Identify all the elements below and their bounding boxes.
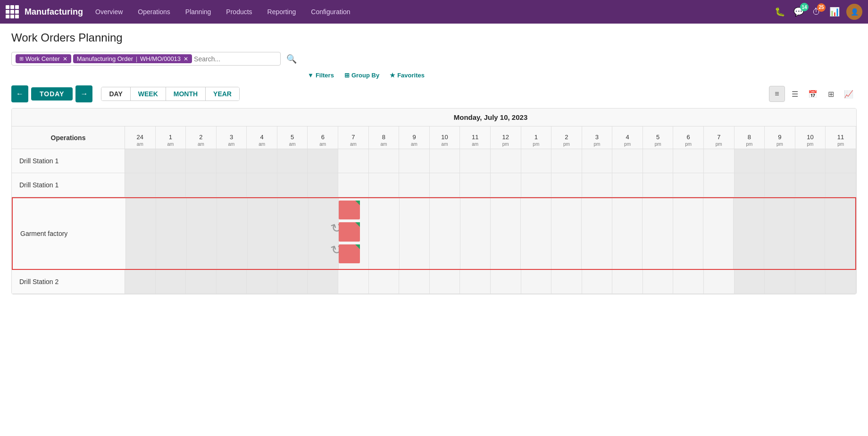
clock-button[interactable]: ⏱ 25 xyxy=(810,5,823,19)
period-day[interactable]: DAY xyxy=(101,87,130,101)
gantt-cell[interactable] xyxy=(369,149,400,173)
nav-overview[interactable]: Overview xyxy=(89,5,129,18)
gantt-cell[interactable] xyxy=(156,173,186,197)
gantt-cell[interactable] xyxy=(217,198,247,269)
gantt-cell[interactable] xyxy=(338,173,369,197)
gantt-cell[interactable] xyxy=(551,270,582,293)
nav-operations[interactable]: Operations xyxy=(131,5,176,18)
gantt-cell[interactable] xyxy=(521,173,552,197)
gantt-cell[interactable] xyxy=(277,173,308,197)
gantt-cell[interactable] xyxy=(339,198,369,269)
gantt-cell[interactable] xyxy=(126,198,156,269)
gantt-cell[interactable] xyxy=(308,270,338,293)
nav-products[interactable]: Products xyxy=(219,5,259,18)
gantt-cell[interactable] xyxy=(582,270,613,293)
gantt-cell[interactable] xyxy=(125,173,156,197)
gantt-cell[interactable] xyxy=(643,270,674,293)
gantt-cell[interactable] xyxy=(765,270,795,293)
spreadsheet-button[interactable]: 📊 xyxy=(827,5,842,19)
period-year[interactable]: YEAR xyxy=(206,87,239,101)
gantt-cell[interactable] xyxy=(582,149,613,173)
search-button[interactable]: 🔍 xyxy=(284,52,299,66)
search-input[interactable] xyxy=(194,55,276,63)
gantt-cell[interactable] xyxy=(704,173,734,197)
gantt-cell[interactable] xyxy=(187,198,217,269)
today-button[interactable]: TODAY xyxy=(31,87,73,101)
search-tag-manufacturing-order[interactable]: Manufacturing Order | WH/MO/00013 ✕ xyxy=(73,54,192,63)
gantt-cell[interactable] xyxy=(430,198,460,269)
gantt-cell[interactable] xyxy=(277,149,308,173)
gantt-cell[interactable] xyxy=(826,270,856,293)
gantt-cell[interactable] xyxy=(643,149,674,173)
gantt-cell[interactable] xyxy=(491,270,521,293)
gantt-cell[interactable] xyxy=(369,198,399,269)
search-tag-workcenter-remove[interactable]: ✕ xyxy=(63,56,67,62)
gantt-cell[interactable] xyxy=(521,270,552,293)
gantt-cell[interactable] xyxy=(673,270,704,293)
gantt-cell[interactable] xyxy=(794,198,825,269)
gantt-cell[interactable] xyxy=(826,149,856,173)
gantt-cell[interactable] xyxy=(764,198,794,269)
gantt-cell[interactable] xyxy=(703,198,734,269)
gantt-cell[interactable] xyxy=(399,173,430,197)
gantt-cell[interactable] xyxy=(704,270,734,293)
gantt-cell[interactable] xyxy=(430,173,460,197)
gantt-cell[interactable] xyxy=(217,149,247,173)
gantt-cell[interactable] xyxy=(491,198,521,269)
search-tag-mo-remove[interactable]: ✕ xyxy=(184,56,188,62)
gantt-cell[interactable] xyxy=(156,198,186,269)
app-logo[interactable]: Manufacturing xyxy=(6,5,83,18)
view-list-button[interactable]: ☰ xyxy=(787,86,803,102)
gantt-cell[interactable] xyxy=(338,270,369,293)
gantt-cell[interactable] xyxy=(309,198,339,269)
gantt-cell[interactable] xyxy=(582,173,613,197)
bug-report-button[interactable]: 🐛 xyxy=(773,5,787,19)
group-by-button[interactable]: ⊞ Group By xyxy=(341,70,383,81)
gantt-cell[interactable] xyxy=(125,270,156,293)
gantt-cell[interactable] xyxy=(612,270,643,293)
gantt-cell[interactable] xyxy=(430,270,460,293)
gantt-cell[interactable] xyxy=(338,149,369,173)
gantt-cell[interactable] xyxy=(217,173,247,197)
gantt-cell[interactable] xyxy=(430,149,460,173)
gantt-cell[interactable] xyxy=(491,173,521,197)
gantt-cell[interactable] xyxy=(673,173,704,197)
gantt-cell[interactable] xyxy=(247,149,277,173)
gantt-cell[interactable] xyxy=(491,149,521,173)
gantt-cell[interactable] xyxy=(399,149,430,173)
gantt-cell[interactable] xyxy=(734,270,765,293)
gantt-cell[interactable] xyxy=(551,173,582,197)
gantt-cell[interactable] xyxy=(186,173,217,197)
gantt-cell[interactable] xyxy=(460,198,491,269)
gantt-cell[interactable] xyxy=(369,173,400,197)
gantt-cell[interactable] xyxy=(186,270,217,293)
gantt-cell[interactable] xyxy=(673,198,703,269)
gantt-cell[interactable] xyxy=(612,198,643,269)
view-calendar-month-button[interactable]: 📅 xyxy=(805,86,821,102)
gantt-cell[interactable] xyxy=(582,198,612,269)
gantt-row-cells[interactable] xyxy=(125,173,856,197)
prev-button[interactable]: ← xyxy=(11,85,28,102)
gantt-cell[interactable] xyxy=(400,198,430,269)
gantt-cell[interactable] xyxy=(765,149,795,173)
gantt-cell[interactable] xyxy=(248,198,278,269)
gantt-cell[interactable] xyxy=(643,173,674,197)
filters-button[interactable]: ▼ Filters xyxy=(304,70,338,81)
gantt-cell[interactable] xyxy=(399,270,430,293)
gantt-cell[interactable] xyxy=(612,173,643,197)
gantt-cell[interactable] xyxy=(673,149,704,173)
gantt-cell[interactable] xyxy=(521,198,551,269)
next-button[interactable]: → xyxy=(75,85,92,102)
gantt-cell[interactable] xyxy=(765,173,795,197)
gantt-cell[interactable] xyxy=(278,198,308,269)
view-chart-button[interactable]: 📈 xyxy=(841,86,857,102)
gantt-cell[interactable] xyxy=(551,198,582,269)
view-gantt-button[interactable]: ≡ xyxy=(769,86,785,102)
gantt-cell[interactable] xyxy=(460,270,491,293)
favorites-button[interactable]: ★ Favorites xyxy=(386,70,428,81)
gantt-cell[interactable] xyxy=(825,198,855,269)
gantt-cell[interactable] xyxy=(795,173,826,197)
search-tag-work-center[interactable]: ⊞ Work Center ✕ xyxy=(16,54,71,63)
gantt-cell[interactable] xyxy=(460,149,491,173)
period-month[interactable]: MONTH xyxy=(166,87,206,101)
